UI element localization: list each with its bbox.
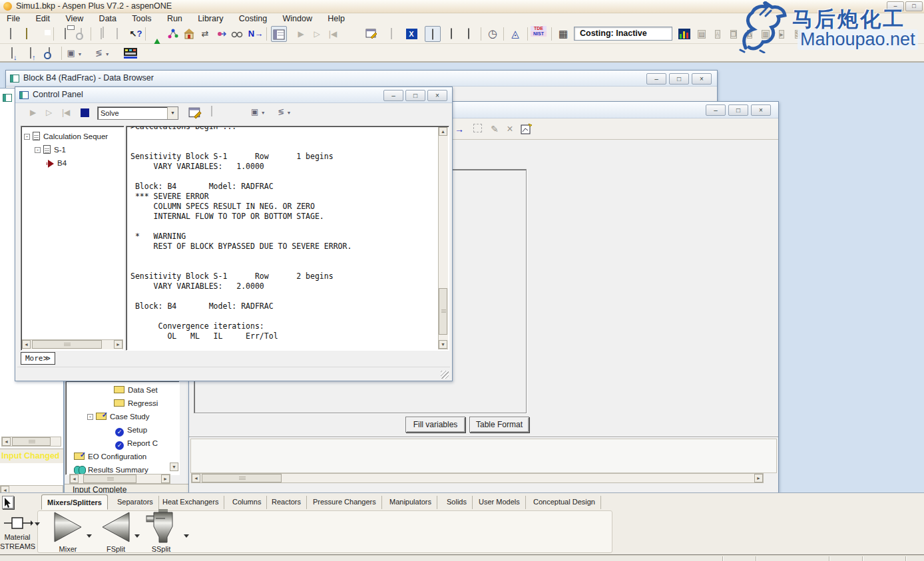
view-glasses-icon[interactable] bbox=[229, 26, 245, 42]
db-minimize-button[interactable]: – bbox=[646, 73, 666, 85]
select-pointer-button[interactable] bbox=[2, 496, 14, 509]
align-blocks-icon[interactable] bbox=[213, 26, 229, 42]
run-settings-icon[interactable] bbox=[363, 26, 379, 42]
collapse-icon[interactable]: - bbox=[24, 134, 30, 140]
menu-run[interactable]: Run bbox=[160, 13, 189, 24]
main-maximize-button[interactable]: □ bbox=[905, 1, 923, 11]
mixer-dropdown-icon[interactable] bbox=[87, 534, 92, 538]
whats-this-help-icon[interactable]: ↖? bbox=[128, 26, 144, 42]
tree-item-b4[interactable]: B4 bbox=[48, 158, 67, 170]
menu-data[interactable]: Data bbox=[93, 13, 123, 24]
streams-dropdown-icon[interactable] bbox=[35, 522, 40, 526]
cp-datafit-icon[interactable] bbox=[211, 106, 212, 116]
tab-user-models[interactable]: User Models bbox=[473, 496, 526, 509]
scroll-down-button[interactable]: ▼ bbox=[439, 340, 447, 349]
tree-item-eo-configuration[interactable]: ✓EO Configuration bbox=[74, 452, 146, 464]
step-icon[interactable]: ▷ bbox=[309, 26, 325, 42]
print-preview-icon[interactable] bbox=[73, 26, 89, 42]
media-icon[interactable]: ▸ bbox=[774, 26, 790, 42]
results-light-icon[interactable] bbox=[461, 26, 477, 42]
db-close-button[interactable]: × bbox=[692, 73, 712, 85]
mixer-model-icon[interactable] bbox=[53, 512, 83, 542]
tab-heat-exchangers[interactable]: Heat Exchangers bbox=[157, 496, 224, 509]
cp-minimize-button[interactable]: – bbox=[383, 90, 403, 101]
table-icon[interactable]: ▥ bbox=[758, 26, 774, 42]
tree-item-calculation-sequence[interactable]: -Calculation Sequer bbox=[24, 132, 108, 144]
edit-pencil-icon[interactable]: ✎ bbox=[487, 122, 502, 136]
tab-reactors[interactable]: Reactors bbox=[266, 496, 307, 509]
table-format-button[interactable]: Table Format bbox=[469, 417, 529, 433]
copy-icon[interactable] bbox=[93, 26, 109, 42]
fsplit-model-icon[interactable] bbox=[101, 512, 130, 542]
control-panel-icon[interactable] bbox=[271, 26, 287, 42]
form-view-dropdown-icon[interactable]: ▣ ▼ bbox=[67, 45, 83, 61]
export-icon[interactable]: ↑ bbox=[23, 45, 39, 61]
tree-item-regression[interactable]: Regressi bbox=[114, 399, 158, 411]
scroll-right-button[interactable]: ► bbox=[754, 474, 763, 482]
reconnect-stream-icon[interactable]: ⇄ bbox=[197, 26, 213, 42]
control-panel-titlebar[interactable]: Control Panel – □ × bbox=[15, 87, 452, 103]
menu-view[interactable]: View bbox=[59, 13, 90, 24]
print-icon[interactable] bbox=[57, 26, 73, 42]
copy-document-icon[interactable]: ▤ bbox=[694, 26, 710, 42]
db-tree-h-scrollbar[interactable]: ◄ ► bbox=[69, 474, 170, 484]
data-browser-titlebar[interactable]: Block B4 (RadFrac) - Data Browser – □ × bbox=[6, 71, 717, 87]
menu-edit[interactable]: Edit bbox=[29, 13, 57, 24]
cp-form-dropdown-icon[interactable]: ▣ ▼ bbox=[251, 107, 266, 116]
resize-grip[interactable] bbox=[441, 371, 449, 379]
tree-scroll-down-button[interactable]: ▼ bbox=[170, 463, 178, 471]
fsplit-dropdown-icon[interactable] bbox=[134, 534, 140, 538]
scales-icon[interactable]: Δ bbox=[742, 26, 758, 42]
insert-block-icon[interactable] bbox=[181, 26, 197, 42]
tree-item-data-set[interactable]: Data Set bbox=[114, 385, 158, 397]
cp-maximize-button[interactable]: □ bbox=[405, 90, 425, 101]
import-icon[interactable]: ↓ bbox=[4, 45, 20, 61]
form-maximize-button[interactable]: □ bbox=[728, 104, 748, 116]
search-icon[interactable] bbox=[41, 45, 57, 61]
cp-options-dropdown-icon[interactable]: ≶ ▼ bbox=[278, 107, 291, 116]
gauge-icon[interactable]: ◷ bbox=[485, 26, 501, 42]
db-maximize-button[interactable]: □ bbox=[669, 73, 689, 85]
cp-run-settings-icon[interactable] bbox=[188, 106, 202, 122]
form-h-scrollbar[interactable]: ◄ ► bbox=[191, 473, 764, 483]
scroll-left-button[interactable]: ◄ bbox=[70, 474, 79, 483]
tab-columns[interactable]: Columns bbox=[227, 496, 267, 509]
cp-step-icon[interactable]: ▷ bbox=[46, 108, 52, 117]
run-mode-combobox[interactable]: Solve ▼ bbox=[97, 106, 178, 120]
fill-variables-button[interactable]: Fill variables bbox=[405, 417, 465, 433]
menu-file[interactable]: File bbox=[0, 13, 27, 24]
menu-window[interactable]: Window bbox=[276, 13, 318, 24]
tree-item-case-study[interactable]: -✓Case Study bbox=[87, 412, 149, 424]
scroll-left-button[interactable]: ◄ bbox=[2, 437, 11, 446]
costing-chart-icon[interactable] bbox=[676, 26, 692, 42]
collapse-icon[interactable]: - bbox=[87, 414, 93, 420]
cp-stop-icon[interactable] bbox=[81, 108, 89, 117]
tree-item-setup[interactable]: ✓Setup bbox=[115, 425, 147, 437]
combo-dropdown-icon[interactable]: ▼ bbox=[167, 107, 178, 119]
data-fit-icon[interactable] bbox=[383, 26, 399, 42]
menu-costing[interactable]: Costing bbox=[232, 13, 274, 24]
draw-ruler-icon[interactable] bbox=[149, 26, 165, 42]
paste-icon[interactable] bbox=[109, 26, 125, 42]
cp-console-v-scrollbar[interactable]: ▲ ▼ bbox=[438, 127, 448, 349]
severe-error-light-icon[interactable] bbox=[425, 26, 441, 42]
ssplit-dropdown-icon[interactable] bbox=[184, 534, 189, 538]
menu-help[interactable]: Help bbox=[321, 13, 351, 24]
warning-light-icon[interactable] bbox=[443, 26, 459, 42]
next-input-icon[interactable]: → bbox=[452, 122, 467, 136]
open-file-icon[interactable] bbox=[19, 26, 35, 42]
reinitialize-icon[interactable]: |◀ bbox=[325, 26, 341, 42]
split-stream-icon[interactable]: ⑃ bbox=[710, 26, 726, 42]
run-options-dropdown-icon[interactable]: ≶ ▼ bbox=[95, 45, 111, 61]
main-minimize-button[interactable]: – bbox=[887, 1, 904, 11]
scroll-left-button[interactable]: ◄ bbox=[22, 340, 31, 349]
molecule-icon[interactable] bbox=[165, 26, 181, 42]
stop-icon[interactable] bbox=[344, 26, 359, 42]
grid-icon[interactable]: ▦ bbox=[555, 26, 571, 42]
cp-close-button[interactable]: × bbox=[427, 90, 447, 101]
form-close-button[interactable]: × bbox=[751, 104, 771, 116]
costing-status-field[interactable]: Costing: Inactive bbox=[574, 27, 672, 41]
flowsheet-h-scrollbar[interactable]: ◄ bbox=[1, 437, 61, 447]
save-icon[interactable] bbox=[35, 26, 51, 42]
delete-icon[interactable]: × bbox=[503, 122, 517, 136]
